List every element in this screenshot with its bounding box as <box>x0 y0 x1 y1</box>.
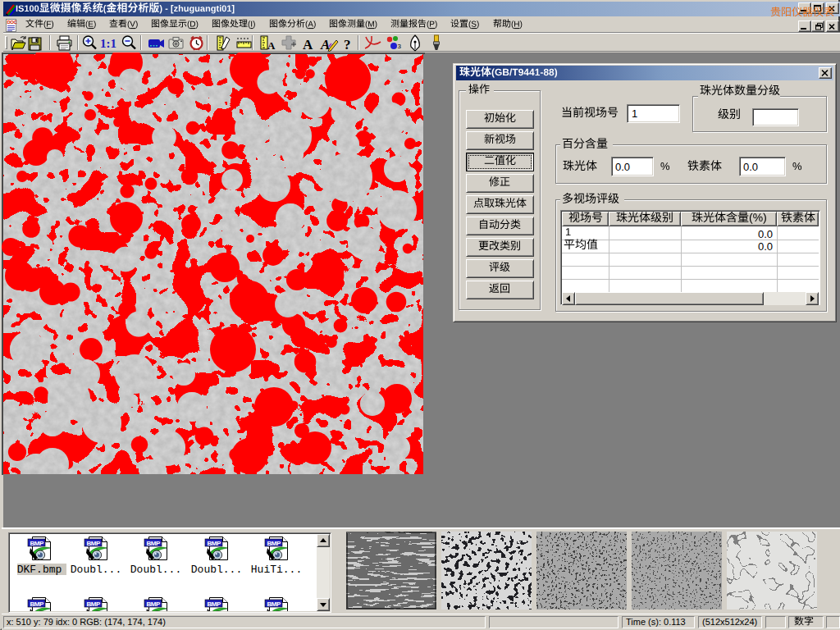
svg-text:BMP: BMP <box>208 540 221 547</box>
svg-text:3: 3 <box>398 43 402 50</box>
svg-text:BMP: BMP <box>267 540 281 547</box>
svg-text:?: ? <box>344 37 351 52</box>
svg-text:BMP: BMP <box>147 540 161 547</box>
svg-text:DOC: DOC <box>7 20 18 25</box>
svg-text:BMP: BMP <box>87 540 101 547</box>
svg-text:BMP: BMP <box>147 600 161 608</box>
svg-text:BMP: BMP <box>267 600 281 608</box>
svg-text:BMP: BMP <box>30 540 44 547</box>
svg-text:A: A <box>267 39 276 52</box>
svg-text:BMP: BMP <box>208 600 221 608</box>
svg-text:BMP: BMP <box>30 600 44 608</box>
svg-text:A: A <box>303 37 313 52</box>
svg-text:BMP: BMP <box>87 600 101 608</box>
svg-text:1:1: 1:1 <box>100 37 116 50</box>
